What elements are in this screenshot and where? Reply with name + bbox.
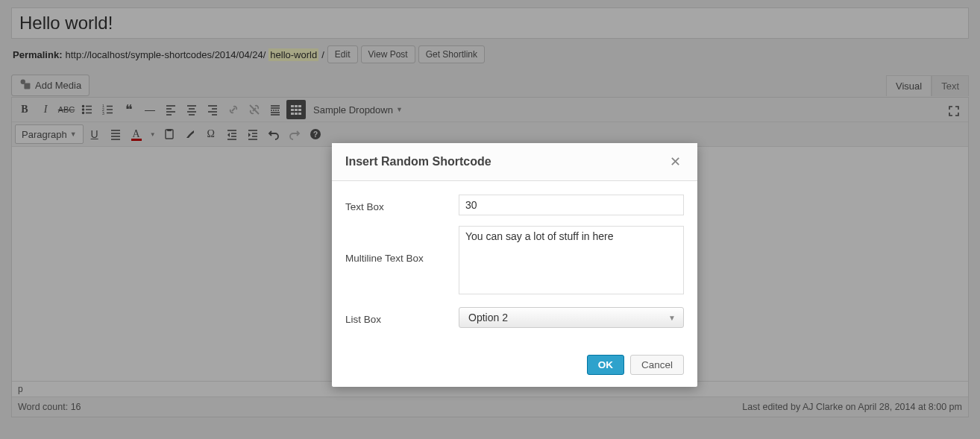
cancel-button[interactable]: Cancel bbox=[630, 355, 684, 375]
multiline-input[interactable] bbox=[459, 226, 684, 294]
modal-title: Insert Random Shortcode bbox=[345, 155, 491, 168]
listbox-select[interactable]: Option 2 ▼ bbox=[459, 307, 684, 328]
textbox-label: Text Box bbox=[345, 198, 459, 212]
listbox-value: Option 2 bbox=[468, 312, 508, 323]
textbox-input[interactable] bbox=[459, 195, 684, 215]
chevron-down-icon: ▼ bbox=[665, 311, 679, 324]
multiline-label: Multiline Text Box bbox=[345, 226, 459, 264]
insert-shortcode-modal: Insert Random Shortcode ✕ Text Box Multi… bbox=[332, 143, 697, 387]
ok-button[interactable]: OK bbox=[587, 355, 624, 375]
listbox-label: List Box bbox=[345, 311, 459, 325]
modal-body: Text Box Multiline Text Box List Box Opt… bbox=[332, 181, 697, 346]
modal-footer: OK Cancel bbox=[332, 346, 697, 387]
modal-close-button[interactable]: ✕ bbox=[667, 154, 684, 170]
close-icon: ✕ bbox=[670, 154, 681, 169]
modal-header: Insert Random Shortcode ✕ bbox=[332, 143, 697, 181]
